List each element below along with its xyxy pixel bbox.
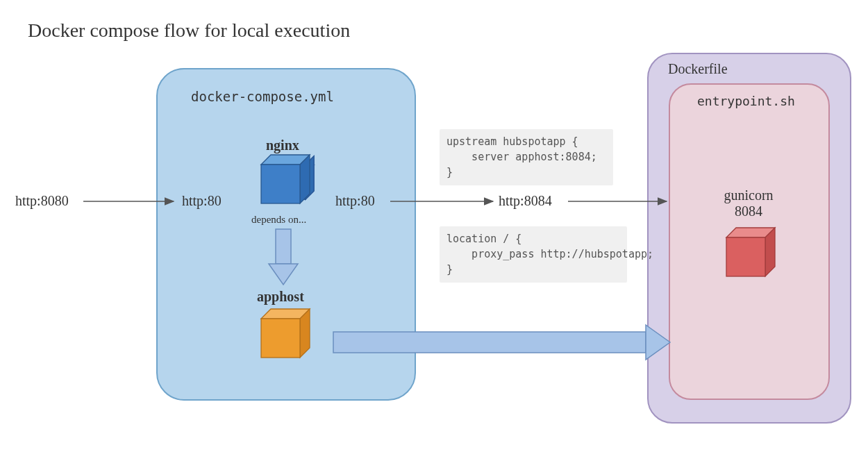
nginx-upstream-config: upstream hubspotapp { server apphost:808… [440,129,613,185]
nginx-in-port-label: http:80 [182,193,222,209]
nginx-out-port-label: http:80 [335,193,375,209]
entrypoint-label: entrypoint.sh [697,94,795,108]
nginx-label: nginx [266,137,299,153]
external-port-label: http:8080 [15,193,69,209]
app-in-port-label: http:8084 [499,193,552,209]
apphost-label: apphost [257,289,304,305]
entrypoint-container [669,83,830,400]
dockerfile-label: Dockerfile [668,61,728,77]
depends-on-label: depends on... [251,214,306,226]
diagram-title: Docker compose flow for local execution [28,19,350,42]
nginx-location-config: location / { proxy_pass http://hubspotap… [440,226,627,283]
compose-file-label: docker-compose.yml [191,89,334,104]
instructions-for-label: Instructions for.... [340,337,419,349]
docker-compose-container [156,68,416,401]
gunicorn-port-label: 8084 [721,203,776,219]
gunicorn-label: gunicorn [721,187,776,203]
